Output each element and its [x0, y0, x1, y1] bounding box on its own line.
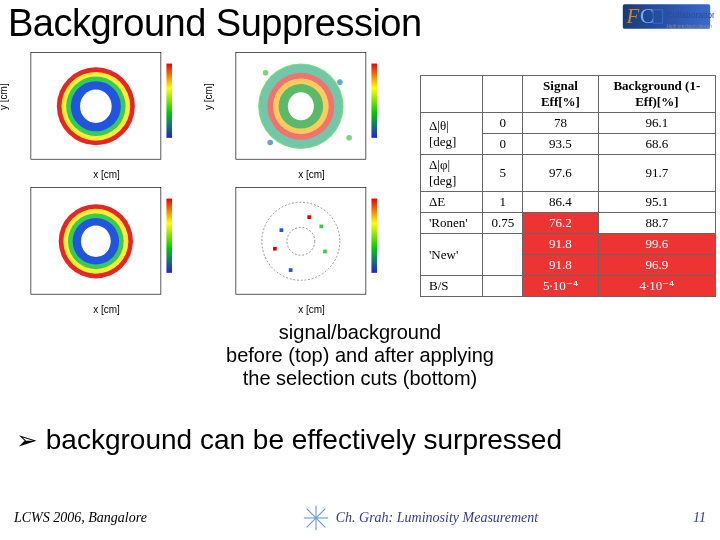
plot-bkg-before: y [cm] — [209, 45, 414, 175]
x-axis-label: x [cm] — [93, 169, 120, 180]
svg-rect-37 — [307, 215, 311, 219]
fcal-logo: F C Collaboration High precision design — [619, 2, 714, 50]
svg-rect-36 — [323, 250, 327, 254]
plot-grid: y [cm] y [cm] — [4, 45, 414, 315]
slide-number: 11 — [693, 510, 706, 526]
svg-text:C: C — [640, 4, 654, 28]
arrow-icon: ➢ — [16, 425, 38, 455]
svg-rect-24 — [371, 64, 377, 138]
svg-point-33 — [261, 202, 339, 280]
svg-rect-35 — [279, 228, 283, 232]
svg-rect-38 — [288, 268, 292, 272]
snowflake-icon — [302, 504, 330, 532]
svg-text:Collaboration: Collaboration — [667, 10, 715, 20]
caption: signal/background before (top) and after… — [170, 321, 550, 390]
svg-text:F: F — [626, 4, 640, 28]
col-signal: Signal Eff[%] — [523, 76, 599, 113]
svg-point-19 — [287, 92, 313, 120]
footer-venue: LCWS 2006, Bangalore — [14, 510, 147, 526]
x-axis-label: x [cm] — [93, 304, 120, 315]
svg-point-34 — [286, 227, 314, 255]
y-axis-label: y [cm] — [203, 83, 214, 110]
y-axis-label: y [cm] — [0, 83, 9, 110]
col-bkg: Background (1-Eff)[%] — [598, 76, 715, 113]
x-axis-label: x [cm] — [298, 169, 325, 180]
svg-rect-31 — [166, 199, 172, 273]
plot-bkg-after — [209, 180, 414, 310]
svg-rect-39 — [319, 225, 323, 229]
svg-point-20 — [262, 70, 268, 76]
efficiency-table: Signal Eff[%]Background (1-Eff)[%] Δ|θ| … — [420, 75, 716, 297]
svg-point-30 — [81, 226, 111, 258]
x-axis-label: x [cm] — [298, 304, 325, 315]
svg-point-11 — [80, 90, 112, 123]
plot-signal-after — [4, 180, 209, 310]
svg-rect-12 — [166, 64, 172, 138]
svg-text:High precision design: High precision design — [667, 24, 713, 29]
svg-rect-32 — [235, 187, 365, 294]
svg-point-23 — [267, 140, 273, 146]
svg-rect-41 — [371, 199, 377, 273]
svg-rect-40 — [273, 247, 277, 251]
svg-point-22 — [346, 135, 352, 141]
plot-signal-before: y [cm] — [4, 45, 209, 175]
slide-title: Background Suppression — [0, 0, 720, 45]
svg-point-21 — [337, 79, 343, 85]
footer-author: Ch. Grah: Luminosity Measurement — [302, 504, 538, 532]
conclusion-bullet: ➢ background can be effectively surpress… — [16, 424, 720, 456]
